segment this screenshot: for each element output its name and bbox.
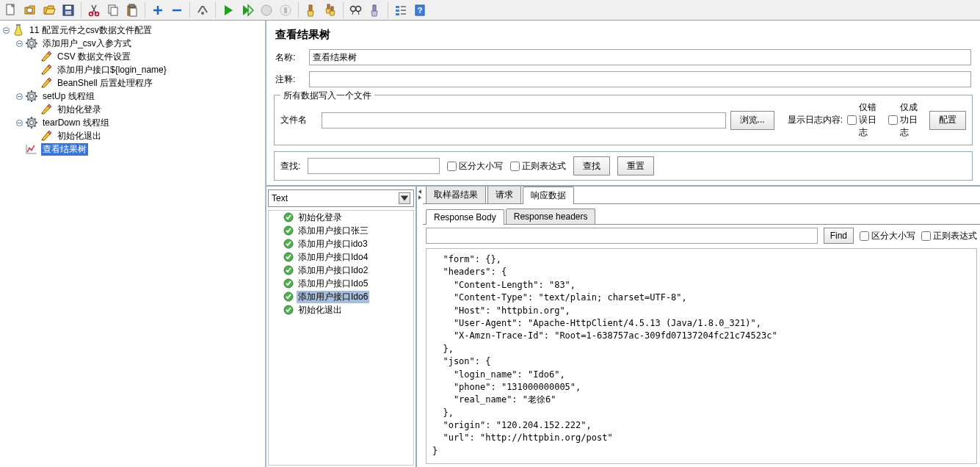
divider-handle[interactable] [417,187,423,467]
result-list[interactable]: 初始化登录添加用户接口张三添加用户接口ido3添加用户接口Ido4添加用户接口I… [268,210,414,466]
tb-shutdown[interactable] [276,1,295,19]
node-label: 添加用户接口${login_name} [56,64,168,76]
toggle-icon[interactable] [15,39,23,48]
result-item[interactable]: 添加用户接口ido3 [269,237,413,250]
pass-icon [283,292,294,302]
tree-node[interactable]: 添加用户接口${login_name} [0,63,265,76]
browse-button[interactable]: 浏览... [730,111,774,130]
tb-open[interactable] [40,1,59,19]
result-item[interactable]: 添加用户接口张三 [269,224,413,237]
find-regex-check[interactable]: 正则表达式 [921,230,977,242]
tree-node[interactable]: 查看结果树 [0,142,265,156]
tree-node[interactable]: 初始化退出 [0,129,265,142]
tb-collapse[interactable] [167,1,186,19]
tb-copy[interactable] [104,1,123,19]
config-button[interactable]: 配置 [929,111,966,130]
tb-stop[interactable] [257,1,276,19]
name-input[interactable] [309,49,971,65]
tree-root[interactable]: 11 配置元件之csv数据文件配置 [0,23,265,37]
tb-play-noclear[interactable] [238,1,257,19]
tree-node[interactable]: CSV 数据文件设置 [0,50,265,63]
tb-clear[interactable] [302,1,321,19]
result-item[interactable]: 添加用户接口Ido6 [269,290,413,303]
tb-clear-all[interactable] [321,1,340,19]
svg-rect-4 [65,11,71,15]
tb-toggle[interactable] [193,1,212,19]
toggle-icon[interactable] [15,118,23,127]
only-error-check[interactable]: 仅错误日志 [847,101,884,139]
find-input[interactable] [426,228,818,244]
node-label: 添加用户_csv入参方式 [41,37,133,50]
node-label: BeanShell 后置处理程序 [56,77,154,90]
pass-icon [283,305,294,315]
result-item[interactable]: 初始化退出 [269,303,413,316]
tb-reset-search[interactable] [366,1,385,19]
file-input[interactable] [322,112,726,128]
result-label: 添加用户接口ido3 [297,238,369,250]
gear-icon [25,117,38,128]
response-body[interactable]: "form": {}, "headers": { "Content-Length… [426,248,977,464]
svg-rect-10 [129,4,134,7]
pencil-icon [40,77,53,89]
svg-point-6 [95,12,99,15]
pass-icon [283,212,294,222]
toggle-icon[interactable] [1,26,10,35]
subtab-headers[interactable]: Response headers [506,209,596,224]
tb-new-file[interactable] [1,1,21,19]
result-item[interactable]: 添加用户接口Ido4 [269,250,413,264]
panel-title: 查看结果树 [266,21,980,46]
tab-request[interactable]: 请求 [487,187,521,203]
svg-rect-21 [373,5,376,11]
find-button[interactable]: Find [824,228,854,244]
sub-tabs: Response Body Response headers [423,207,980,225]
right-panel: 查看结果树 名称: 注释: 所有数据写入一个文件 文件名 浏览... 显示日志内… [266,21,980,467]
search-row: 查找: 区分大小写 正则表达式 查找 重置 [274,151,973,181]
tb-save[interactable] [59,1,78,19]
result-item[interactable]: 添加用户接口Ido2 [269,264,413,277]
subtab-body[interactable]: Response Body [426,209,504,225]
svg-rect-22 [396,6,399,8]
gear-icon [25,37,38,49]
tree-panel[interactable]: 11 配置元件之csv数据文件配置 添加用户_csv入参方式CSV 数据文件设置… [0,21,266,467]
node-label: CSV 数据文件设置 [56,51,132,63]
svg-rect-1 [27,8,32,12]
search-reset-button[interactable]: 重置 [617,156,654,175]
search-case-check[interactable]: 区分大小写 [447,160,503,173]
search-label: 查找: [280,160,300,173]
pencil-icon [40,51,53,62]
tb-cut[interactable] [84,1,104,19]
tab-sampler[interactable]: 取样器结果 [426,187,486,203]
tree-node[interactable]: 添加用户_csv入参方式 [0,37,265,50]
tree-node[interactable]: tearDown 线程组 [0,116,265,129]
search-find-button[interactable]: 查找 [573,156,610,175]
name-label: 名称: [275,51,306,64]
toggle-icon[interactable] [15,92,23,101]
find-case-check[interactable]: 区分大小写 [860,230,915,242]
search-regex-check[interactable]: 正则表达式 [510,160,566,173]
tb-expand[interactable] [148,1,167,19]
pass-icon [283,225,294,236]
tree-node[interactable]: BeanShell 后置处理程序 [0,76,265,90]
result-item[interactable]: 初始化登录 [269,211,413,224]
tb-help[interactable]: ? [410,1,429,19]
result-label: 初始化登录 [297,211,344,224]
comment-input[interactable] [309,71,971,87]
node-label: 初始化退出 [56,130,103,142]
tree-node[interactable]: 初始化登录 [0,103,265,116]
tree-node[interactable]: setUp 线程组 [0,90,265,103]
tb-templates[interactable] [21,1,40,19]
tb-search[interactable] [346,1,366,19]
result-label: 初始化退出 [297,304,344,316]
tb-function-helper[interactable] [391,1,410,19]
svg-point-38 [29,148,31,150]
svg-rect-18 [331,7,333,11]
tb-play[interactable] [219,1,238,19]
tab-response[interactable]: 响应数据 [523,187,574,204]
pencil-icon [40,64,53,76]
only-success-check[interactable]: 仅成功日志 [888,101,925,139]
render-combo[interactable]: Text [268,189,414,207]
result-item[interactable]: 添加用户接口Ido5 [269,277,413,290]
search-input[interactable] [308,158,440,174]
tb-paste[interactable] [123,1,142,19]
svg-rect-28 [16,24,21,26]
